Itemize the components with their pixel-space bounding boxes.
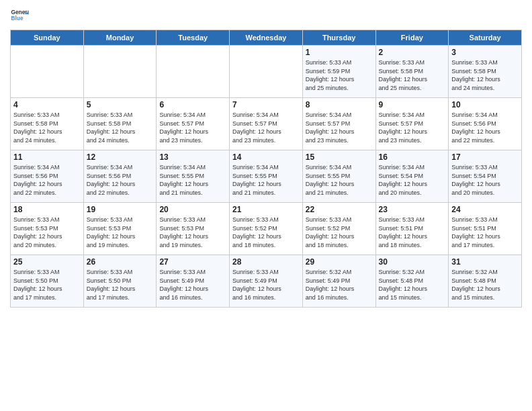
day-number: 19: [87, 205, 154, 214]
day-number: 13: [159, 152, 226, 162]
calendar-cell: 20Sunrise: 5:33 AMSunset: 5:53 PMDayligh…: [157, 203, 230, 255]
calendar-cell: 8Sunrise: 5:34 AMSunset: 5:57 PMDaylight…: [302, 98, 375, 150]
calendar-cell: 2Sunrise: 5:33 AMSunset: 5:58 PMDaylight…: [375, 46, 449, 98]
day-info: Sunrise: 5:34 AMSunset: 5:56 PMDaylight:…: [13, 163, 81, 197]
logo-icon: General Blue: [10, 7, 29, 26]
calendar-cell: 17Sunrise: 5:33 AMSunset: 5:54 PMDayligh…: [449, 150, 522, 203]
calendar-cell: 28Sunrise: 5:33 AMSunset: 5:49 PMDayligh…: [230, 255, 303, 308]
calendar-cell: 12Sunrise: 5:34 AMSunset: 5:56 PMDayligh…: [83, 150, 157, 203]
calendar-week-row: 4Sunrise: 5:33 AMSunset: 5:58 PMDaylight…: [11, 98, 522, 150]
calendar-cell: 4Sunrise: 5:33 AMSunset: 5:58 PMDaylight…: [11, 98, 84, 150]
day-number: 17: [451, 152, 519, 162]
day-info: Sunrise: 5:33 AMSunset: 5:58 PMDaylight:…: [13, 111, 81, 144]
calendar-header-row: SundayMondayTuesdayWednesdayThursdayFrid…: [11, 30, 522, 46]
day-number: 6: [159, 100, 226, 109]
calendar-week-row: 25Sunrise: 5:33 AMSunset: 5:50 PMDayligh…: [11, 255, 522, 308]
calendar-cell: [83, 46, 157, 98]
header-day-saturday: Saturday: [449, 30, 522, 46]
day-info: Sunrise: 5:32 AMSunset: 5:48 PMDaylight:…: [379, 268, 446, 302]
day-info: Sunrise: 5:34 AMSunset: 5:57 PMDaylight:…: [306, 111, 373, 144]
day-number: 10: [451, 100, 519, 109]
day-number: 14: [232, 152, 300, 162]
header-day-thursday: Thursday: [302, 30, 375, 46]
day-info: Sunrise: 5:33 AMSunset: 5:49 PMDaylight:…: [159, 268, 226, 302]
day-number: 11: [13, 152, 81, 162]
day-info: Sunrise: 5:33 AMSunset: 5:52 PMDaylight:…: [306, 216, 373, 249]
calendar-week-row: 11Sunrise: 5:34 AMSunset: 5:56 PMDayligh…: [11, 150, 522, 203]
day-info: Sunrise: 5:33 AMSunset: 5:50 PMDaylight:…: [13, 268, 81, 302]
day-info: Sunrise: 5:33 AMSunset: 5:49 PMDaylight:…: [232, 268, 300, 302]
day-number: 28: [232, 257, 300, 267]
day-info: Sunrise: 5:33 AMSunset: 5:53 PMDaylight:…: [87, 216, 154, 249]
day-info: Sunrise: 5:33 AMSunset: 5:50 PMDaylight:…: [87, 268, 154, 302]
day-number: 8: [306, 100, 373, 109]
calendar-cell: [157, 46, 230, 98]
calendar-cell: 9Sunrise: 5:34 AMSunset: 5:57 PMDaylight…: [375, 98, 449, 150]
day-number: 20: [159, 205, 226, 214]
day-info: Sunrise: 5:33 AMSunset: 5:58 PMDaylight:…: [451, 58, 519, 92]
day-number: 31: [451, 257, 519, 267]
day-info: Sunrise: 5:32 AMSunset: 5:49 PMDaylight:…: [306, 268, 373, 302]
day-number: 27: [159, 257, 226, 267]
day-number: 2: [379, 48, 446, 57]
calendar-cell: 5Sunrise: 5:33 AMSunset: 5:58 PMDaylight…: [83, 98, 157, 150]
calendar-cell: 10Sunrise: 5:34 AMSunset: 5:56 PMDayligh…: [449, 98, 522, 150]
day-number: 16: [379, 152, 446, 162]
day-number: 9: [379, 100, 446, 109]
header-day-friday: Friday: [375, 30, 449, 46]
calendar-cell: 18Sunrise: 5:33 AMSunset: 5:53 PMDayligh…: [11, 203, 84, 255]
day-number: 30: [379, 257, 446, 267]
day-info: Sunrise: 5:34 AMSunset: 5:57 PMDaylight:…: [379, 111, 446, 144]
day-number: 15: [306, 152, 373, 162]
calendar-cell: 31Sunrise: 5:32 AMSunset: 5:48 PMDayligh…: [449, 255, 522, 308]
calendar-table: SundayMondayTuesdayWednesdayThursdayFrid…: [10, 30, 522, 308]
calendar-cell: 24Sunrise: 5:33 AMSunset: 5:51 PMDayligh…: [449, 203, 522, 255]
day-info: Sunrise: 5:33 AMSunset: 5:51 PMDaylight:…: [451, 216, 519, 249]
day-info: Sunrise: 5:34 AMSunset: 5:55 PMDaylight:…: [306, 163, 373, 197]
day-info: Sunrise: 5:33 AMSunset: 5:52 PMDaylight:…: [232, 216, 300, 249]
calendar-cell: 30Sunrise: 5:32 AMSunset: 5:48 PMDayligh…: [375, 255, 449, 308]
day-number: 22: [306, 205, 373, 214]
day-number: 7: [232, 100, 300, 109]
header-day-tuesday: Tuesday: [157, 30, 230, 46]
day-info: Sunrise: 5:34 AMSunset: 5:55 PMDaylight:…: [232, 163, 300, 197]
day-number: 23: [379, 205, 446, 214]
day-info: Sunrise: 5:34 AMSunset: 5:56 PMDaylight:…: [451, 111, 519, 144]
page-header: General Blue: [10, 7, 522, 26]
day-number: 5: [87, 100, 154, 109]
calendar-cell: 23Sunrise: 5:33 AMSunset: 5:51 PMDayligh…: [375, 203, 449, 255]
logo: General Blue: [10, 7, 29, 26]
calendar-cell: 27Sunrise: 5:33 AMSunset: 5:49 PMDayligh…: [157, 255, 230, 308]
day-number: 21: [232, 205, 300, 214]
calendar-cell: [11, 46, 84, 98]
calendar-cell: 25Sunrise: 5:33 AMSunset: 5:50 PMDayligh…: [11, 255, 84, 308]
day-info: Sunrise: 5:34 AMSunset: 5:56 PMDaylight:…: [87, 163, 154, 197]
day-number: 29: [306, 257, 373, 267]
calendar-cell: 11Sunrise: 5:34 AMSunset: 5:56 PMDayligh…: [11, 150, 84, 203]
calendar-cell: 3Sunrise: 5:33 AMSunset: 5:58 PMDaylight…: [449, 46, 522, 98]
calendar-cell: 15Sunrise: 5:34 AMSunset: 5:55 PMDayligh…: [302, 150, 375, 203]
calendar-week-row: 18Sunrise: 5:33 AMSunset: 5:53 PMDayligh…: [11, 203, 522, 255]
calendar-week-row: 1Sunrise: 5:33 AMSunset: 5:59 PMDaylight…: [11, 46, 522, 98]
day-number: 4: [13, 100, 81, 109]
calendar-cell: 21Sunrise: 5:33 AMSunset: 5:52 PMDayligh…: [230, 203, 303, 255]
day-number: 3: [451, 48, 519, 57]
day-info: Sunrise: 5:34 AMSunset: 5:57 PMDaylight:…: [159, 111, 226, 144]
calendar-cell: 29Sunrise: 5:32 AMSunset: 5:49 PMDayligh…: [302, 255, 375, 308]
calendar-cell: 19Sunrise: 5:33 AMSunset: 5:53 PMDayligh…: [83, 203, 157, 255]
calendar-cell: 1Sunrise: 5:33 AMSunset: 5:59 PMDaylight…: [302, 46, 375, 98]
day-number: 26: [87, 257, 154, 267]
day-info: Sunrise: 5:33 AMSunset: 5:54 PMDaylight:…: [451, 163, 519, 197]
day-number: 18: [13, 205, 81, 214]
day-info: Sunrise: 5:33 AMSunset: 5:53 PMDaylight:…: [13, 216, 81, 249]
day-info: Sunrise: 5:33 AMSunset: 5:58 PMDaylight:…: [87, 111, 154, 144]
calendar-cell: [230, 46, 303, 98]
day-number: 1: [306, 48, 373, 57]
calendar-cell: 7Sunrise: 5:34 AMSunset: 5:57 PMDaylight…: [230, 98, 303, 150]
day-info: Sunrise: 5:34 AMSunset: 5:54 PMDaylight:…: [379, 163, 446, 197]
day-info: Sunrise: 5:33 AMSunset: 5:59 PMDaylight:…: [306, 58, 373, 92]
day-info: Sunrise: 5:34 AMSunset: 5:55 PMDaylight:…: [159, 163, 226, 197]
calendar-cell: 22Sunrise: 5:33 AMSunset: 5:52 PMDayligh…: [302, 203, 375, 255]
header-day-sunday: Sunday: [11, 30, 84, 46]
calendar-cell: 6Sunrise: 5:34 AMSunset: 5:57 PMDaylight…: [157, 98, 230, 150]
